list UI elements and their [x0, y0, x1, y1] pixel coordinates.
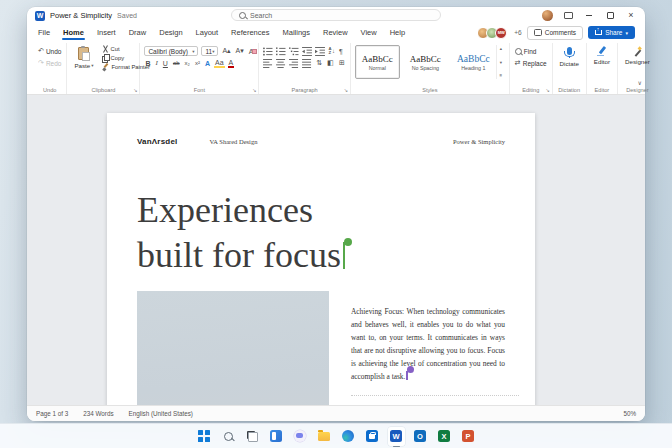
collaborator-avatars[interactable]: MW [477, 27, 507, 39]
undo-button[interactable]: ↶Undo [37, 47, 62, 55]
scroll-down-icon[interactable]: ▾ [500, 60, 502, 65]
shading-button[interactable]: ◧ [326, 59, 335, 67]
body-paragraph[interactable]: Achieving Focus: When technology communi… [351, 305, 505, 383]
tab-layout[interactable]: Layout [195, 26, 220, 39]
designer-button[interactable]: Designer [622, 45, 653, 65]
tab-review[interactable]: Review [322, 26, 349, 39]
italic-button[interactable]: I [154, 59, 158, 67]
show-formatting-marks-button[interactable]: ¶ [338, 48, 344, 55]
tab-help[interactable]: Help [389, 26, 406, 39]
font-color-button[interactable]: A [228, 59, 235, 68]
numbered-list-icon[interactable] [276, 47, 286, 56]
task-view-button[interactable] [244, 427, 261, 446]
scroll-up-icon[interactable]: ▴ [500, 46, 502, 51]
underline-button[interactable]: U [162, 60, 169, 67]
collaborator-avatar-3[interactable]: MW [495, 27, 507, 39]
powerpoint-icon: P [462, 430, 474, 442]
tab-draw[interactable]: Draw [128, 26, 148, 39]
dialog-launcher-icon[interactable]: ↘ [133, 87, 137, 93]
header-right-meta: Power & Simplicity [453, 138, 505, 145]
powerpoint-button[interactable]: P [460, 427, 477, 446]
increase-indent-icon[interactable] [315, 47, 325, 56]
comments-button[interactable]: Comments [527, 26, 583, 40]
line-spacing-button[interactable]: ⇅ [315, 59, 323, 67]
widgets-button[interactable] [268, 427, 285, 446]
grow-font-button[interactable]: A▴ [221, 47, 231, 55]
collapse-ribbon-icon[interactable]: ∨ [638, 79, 642, 86]
find-button[interactable]: Find [514, 48, 538, 55]
multilevel-list-icon[interactable] [289, 47, 299, 56]
replace-button[interactable]: ⇄Replace [514, 59, 548, 67]
titlebar-search-input[interactable]: Search [231, 9, 441, 21]
edge-button[interactable] [340, 427, 357, 446]
dialog-launcher-icon[interactable]: ↘ [545, 87, 549, 93]
undo-icon: ↶ [38, 47, 44, 55]
minimize-button[interactable] [583, 10, 595, 22]
document-page[interactable]: VanΛrsdel VA Shared Design Power & Simpl… [107, 113, 535, 406]
dialog-launcher-icon[interactable]: ↘ [344, 87, 348, 93]
store-button[interactable] [364, 427, 381, 446]
replace-icon: ⇄ [515, 59, 521, 67]
document-heading[interactable]: Experiences built for focus [137, 188, 505, 278]
dialog-launcher-icon[interactable]: ↘ [252, 87, 256, 93]
dictate-button[interactable]: Dictate [557, 45, 582, 67]
text-effects-button[interactable]: A [204, 60, 211, 67]
tab-mailings[interactable]: Mailings [281, 26, 311, 39]
document-body: Achieving Focus: When technology communi… [137, 291, 505, 406]
desktop: W Power & Simplicity Saved Search × File… [0, 0, 672, 448]
clear-formatting-button[interactable]: A [248, 48, 255, 55]
superscript-button[interactable]: x² [194, 60, 201, 66]
font-family-select[interactable]: Calibri (Body)▾ [144, 46, 198, 56]
language-indicator[interactable]: English (United States) [129, 410, 193, 417]
justify-icon[interactable] [302, 59, 312, 68]
shrink-font-button[interactable]: A▾ [235, 47, 245, 55]
close-button[interactable]: × [625, 10, 637, 22]
word-taskbar-button[interactable]: W [388, 427, 405, 446]
share-button[interactable]: Share ▾ [588, 26, 635, 39]
editor-button[interactable]: Editor [591, 45, 613, 65]
subscript-button[interactable]: x₂ [184, 60, 191, 66]
sort-arrow-icon: ↓ [332, 48, 335, 54]
word-count[interactable]: 234 Words [83, 410, 113, 417]
taskbar-search-button[interactable] [220, 427, 237, 446]
maximize-icon [607, 12, 614, 19]
paste-button[interactable]: Paste▾ [71, 45, 96, 71]
ribbon-display-options-button[interactable] [562, 10, 574, 22]
redo-button[interactable]: ↷Redo [37, 59, 62, 67]
chat-button[interactable] [292, 427, 309, 446]
align-center-icon[interactable] [276, 59, 286, 68]
microphone-icon [567, 47, 572, 55]
zoom-level[interactable]: 50% [623, 410, 636, 417]
style-heading-1[interactable]: AaBbCc Heading 1 [451, 45, 496, 79]
bold-button[interactable]: B [144, 60, 151, 67]
tab-home[interactable]: Home [62, 26, 85, 39]
save-status[interactable]: Saved [117, 12, 137, 19]
highlight-color-button[interactable]: Aa [214, 59, 225, 68]
bullet-list-icon[interactable] [263, 47, 273, 56]
outlook-button[interactable]: O [412, 427, 429, 446]
tab-file[interactable]: File [37, 26, 51, 39]
align-left-icon[interactable] [263, 59, 273, 68]
decrease-indent-icon[interactable] [302, 47, 312, 56]
maximize-button[interactable] [604, 10, 616, 22]
document-image[interactable] [137, 291, 329, 406]
font-size-select[interactable]: 11▾ [201, 46, 218, 56]
page-indicator[interactable]: Page 1 of 3 [36, 410, 68, 417]
excel-button[interactable]: X [436, 427, 453, 446]
tab-design[interactable]: Design [158, 26, 183, 39]
tab-view[interactable]: View [360, 26, 378, 39]
user-avatar[interactable] [542, 10, 553, 21]
style-no-spacing[interactable]: AaBbCc No Spacing [403, 45, 448, 79]
style-normal[interactable]: AaBbCc Normal [355, 45, 400, 79]
file-explorer-button[interactable] [316, 427, 333, 446]
tab-insert[interactable]: Insert [96, 26, 117, 39]
strikethrough-button[interactable]: ab [172, 60, 181, 66]
align-right-icon[interactable] [289, 59, 299, 68]
collaborator-overflow-count[interactable]: +6 [514, 29, 521, 36]
borders-button[interactable]: ⊞ [338, 59, 346, 67]
excel-icon: X [438, 430, 450, 442]
sort-button[interactable]: AZ ↓ [328, 47, 335, 55]
gallery-expand-icon[interactable]: ≡ [500, 73, 503, 78]
start-button[interactable] [196, 427, 213, 446]
tab-references[interactable]: References [230, 26, 270, 39]
